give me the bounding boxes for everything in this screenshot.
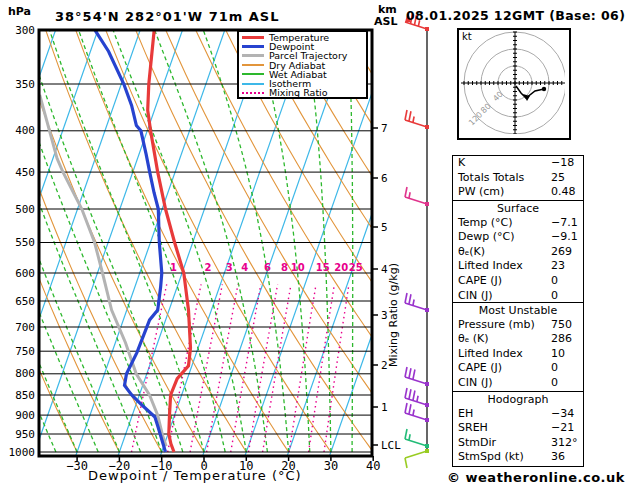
mixing-ratio-axis-label: Mixing Ratio (g/kg) [387, 263, 400, 367]
dewpoint-line [95, 30, 166, 452]
panel-box-hodograph: HodographEH−34SREH−21StmDir312°StmSpd (k… [452, 391, 584, 467]
km-tick-label: 1 [381, 401, 388, 414]
panel-row: CAPE (J)0 [453, 274, 583, 289]
panel-box-surface: SurfaceTemp (°C)−7.1Dewp (°C)−9.1θₑ(K)26… [452, 200, 584, 305]
panel-row: StmSpd (kt)36 [453, 450, 583, 465]
mixing-ratio-value-label: 2 [204, 262, 211, 273]
credit: © weatheronline.co.uk [447, 470, 625, 485]
panel-row-label: PW (cm) [458, 185, 504, 198]
lcl-label: LCL [381, 439, 401, 452]
panel-row: CIN (J)0 [453, 376, 583, 391]
wind-barb [405, 449, 429, 468]
datetime-title: 08.01.2025 12GMT (Base: 06) [406, 8, 625, 23]
panel-row-label: CIN (J) [458, 289, 492, 302]
panel-row-label: Temp (°C) [458, 216, 513, 229]
pressure-tick-label: 300 [5, 24, 35, 37]
panel-row-value: 25 [551, 171, 565, 186]
panel-row: Dewp (°C)−9.1 [453, 230, 583, 245]
panel-box-most-unstable: Most UnstablePressure (mb)750θₑ (K)286Li… [452, 302, 584, 393]
panel-row-value: −18 [551, 156, 574, 171]
pressure-tick-label: 700 [5, 321, 35, 334]
panel-row-label: Lifted Index [458, 347, 523, 360]
hodograph: kt 4080120 [457, 28, 571, 140]
panel-row-value: −9.1 [551, 230, 578, 245]
legend-line-swatch [242, 64, 264, 66]
panel-row-label: Dewp (°C) [458, 230, 514, 243]
panel-row-value: 36 [551, 450, 565, 465]
panel-row: θₑ(K)269 [453, 245, 583, 260]
panel-row-label: Totals Totals [458, 171, 524, 184]
legend-line-swatch [242, 83, 264, 85]
pressure-tick-label: 450 [5, 166, 35, 179]
mixing-ratio-value-label: 6 [264, 262, 271, 273]
panel-row-value: 0.48 [551, 185, 576, 200]
panel-row-label: SREH [458, 421, 488, 434]
pressure-tick-label: 350 [5, 78, 35, 91]
sounding-page: 12346810152025 hPa 38°54'N 282°01'W 71m … [0, 0, 629, 486]
panel-row: Temp (°C)−7.1 [453, 216, 583, 231]
panel-row-label: StmSpd (kt) [458, 450, 524, 463]
mixing-ratio-value-label: 4 [241, 262, 248, 273]
panel-row-label: EH [458, 407, 473, 420]
panel-row-value: 0 [551, 289, 558, 304]
panel-row: PW (cm)0.48 [453, 185, 583, 200]
panel-row-value: 0 [551, 274, 558, 289]
panel-row-value: 750 [551, 318, 572, 333]
wind-barb [405, 429, 429, 448]
pressure-tick-label: 600 [5, 267, 35, 280]
panel-row-value: 23 [551, 259, 565, 274]
hodograph-plot: 4080120 [459, 30, 565, 134]
km-tick-label: 7 [381, 122, 388, 135]
legend-item-label: Mixing Ratio [269, 88, 328, 97]
panel-row-value: 286 [551, 332, 572, 347]
panel-row: CAPE (J)0 [453, 361, 583, 376]
mixing-ratio-value-label: 25 [349, 262, 363, 273]
wind-barb [405, 187, 429, 206]
mixing-ratio-value-label: 20 [334, 262, 348, 273]
panel-section-header: Hodograph [453, 392, 583, 407]
panel-row-value: 312° [551, 436, 578, 451]
wind-barb [405, 367, 429, 386]
panel-row-value: 269 [551, 245, 572, 260]
panel-row-value: −34 [551, 407, 574, 422]
panel-row: Lifted Index23 [453, 259, 583, 274]
legend: TemperatureDewpointParcel TrajectoryDry … [237, 30, 368, 99]
legend-item: Mixing Ratio [242, 88, 366, 97]
panel-row: K−18 [453, 156, 583, 171]
panel-row-value: −7.1 [551, 216, 578, 231]
wind-barb [405, 293, 429, 312]
legend-line-swatch [242, 92, 264, 94]
pressure-tick-label: 850 [5, 389, 35, 402]
mixing-ratio-value-label: 8 [281, 262, 288, 273]
pressure-tick-label: 550 [5, 236, 35, 249]
temp-axis-label: Dewpoint / Temperature (°C) [88, 468, 302, 483]
pressure-tick-label: 400 [5, 124, 35, 137]
panel-row-label: StmDir [458, 436, 496, 449]
panel-row-label: Pressure (mb) [458, 318, 535, 331]
panel-row-label: CAPE (J) [458, 274, 502, 287]
panel-row: SREH−21 [453, 421, 583, 436]
panel-row-value: 10 [551, 347, 565, 362]
panel-row: Pressure (mb)750 [453, 318, 583, 333]
pressure-tick-label: 900 [5, 409, 35, 422]
panel-row-label: θₑ(K) [458, 245, 485, 258]
pressure-tick-label: 500 [5, 203, 35, 216]
pressure-axis-unit: hPa [8, 5, 31, 18]
panel-row-value: 0 [551, 361, 558, 376]
mixing-ratio-value-label: 3 [226, 262, 233, 273]
panel-section-header: Surface [453, 201, 583, 216]
pressure-tick-label: 750 [5, 345, 35, 358]
panel-section-header: Most Unstable [453, 303, 583, 318]
panel-row: StmDir312° [453, 436, 583, 451]
hodograph-unit-label: kt [462, 31, 472, 42]
panel-row: Totals Totals25 [453, 171, 583, 186]
legend-line-swatch [242, 45, 264, 48]
legend-line-swatch [242, 36, 264, 39]
panel-box: K−18Totals Totals25PW (cm)0.48 [452, 155, 584, 202]
panel-row-label: CIN (J) [458, 376, 492, 389]
pressure-tick-label: 650 [5, 295, 35, 308]
panel-row: Lifted Index10 [453, 347, 583, 362]
wind-barb [405, 110, 429, 129]
pressure-tick-label: 800 [5, 367, 35, 380]
legend-line-swatch [242, 73, 264, 75]
